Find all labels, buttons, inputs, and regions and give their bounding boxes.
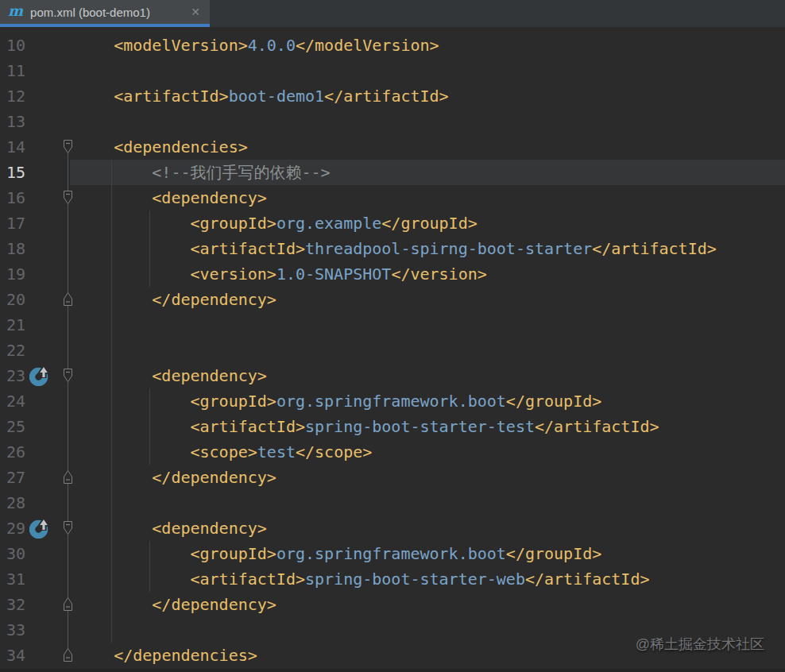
xml-tag: <artifactId> <box>114 87 229 106</box>
code-editor[interactable]: 10 <modelVersion>4.0.0</modelVersion>111… <box>0 27 785 672</box>
gutter: 25 <box>0 414 75 439</box>
gutter: 12 <box>0 83 75 109</box>
code-text[interactable]: <dependency> <box>75 363 267 388</box>
xml-text: 4.0.0 <box>248 36 296 55</box>
code-line-30[interactable]: 30 <groupId>org.springframework.boot</gr… <box>0 541 785 566</box>
gutter: 20 <box>0 287 75 312</box>
code-text[interactable]: <artifactId>spring-boot-starter-test</ar… <box>75 414 659 439</box>
code-line-13[interactable]: 13 <box>0 109 785 134</box>
fold-collapse-icon[interactable] <box>63 368 73 386</box>
xml-text: spring-boot-starter-test <box>305 417 535 436</box>
fold-collapse-icon[interactable] <box>63 139 73 157</box>
code-text[interactable]: <dependency> <box>75 516 267 541</box>
xml-tag: </version> <box>391 265 486 284</box>
tab-close-icon[interactable]: ✕ <box>189 5 202 19</box>
gutter: 26 <box>0 439 75 465</box>
code-text[interactable]: <artifactId>boot-demo1</artifactId> <box>75 83 449 109</box>
fold-collapse-end-icon[interactable] <box>63 292 73 310</box>
code-line-31[interactable]: 31 <artifactId>spring-boot-starter-web</… <box>0 566 785 592</box>
line-number: 31 <box>6 566 25 592</box>
code-text[interactable]: </dependency> <box>75 465 276 490</box>
gutter: 28 <box>0 490 75 516</box>
code-line-24[interactable]: 24 <groupId>org.springframework.boot</gr… <box>0 388 785 414</box>
code-line-17[interactable]: 17 <groupId>org.example</groupId> <box>0 210 785 236</box>
gutter: 14 <box>0 134 75 160</box>
code-text[interactable]: <version>1.0-SNAPSHOT</version> <box>75 261 487 287</box>
xml-text: 1.0-SNAPSHOT <box>276 265 392 284</box>
code-line-25[interactable]: 25 <artifactId>spring-boot-starter-test<… <box>0 414 785 439</box>
xml-tag: </artifactId> <box>535 417 659 436</box>
code-text[interactable]: <scope>test</scope> <box>75 439 372 465</box>
xml-text: org.example <box>276 214 381 233</box>
code-text[interactable]: <groupId>org.springframework.boot</group… <box>75 541 601 566</box>
gutter: 31 <box>0 566 75 592</box>
code-line-26[interactable]: 26 <scope>test</scope> <box>0 439 785 465</box>
xml-tag: </modelVersion> <box>296 36 439 55</box>
gutter: 29 <box>0 516 75 541</box>
xml-comment: <!--我们手写的依赖--> <box>152 163 330 182</box>
line-number: 28 <box>6 490 25 516</box>
code-line-16[interactable]: 16 <dependency> <box>0 185 785 210</box>
xml-tag: </dependency> <box>152 468 276 487</box>
xml-tag: <artifactId> <box>191 417 306 436</box>
code-line-23[interactable]: 23 <dependency> <box>0 363 785 388</box>
code-line-10[interactable]: 10 <modelVersion>4.0.0</modelVersion> <box>0 33 785 58</box>
code-line-20[interactable]: 20 </dependency> <box>0 287 785 312</box>
line-number: 21 <box>6 312 25 338</box>
line-number: 20 <box>6 287 25 312</box>
code-line-32[interactable]: 32 </dependency> <box>0 592 785 617</box>
line-number: 11 <box>6 58 25 83</box>
fold-collapse-end-icon[interactable] <box>63 469 73 488</box>
tab-pom-xml[interactable]: m pom.xml (boot-demo1) ✕ <box>0 0 210 27</box>
code-text[interactable]: <artifactId>threadpool-spirng-boot-start… <box>75 236 717 261</box>
gutter: 27 <box>0 465 75 490</box>
maven-update-icon[interactable] <box>29 518 50 542</box>
code-text[interactable]: </dependencies> <box>75 643 257 668</box>
code-line-18[interactable]: 18 <artifactId>threadpool-spirng-boot-st… <box>0 236 785 261</box>
xml-tag: </groupId> <box>506 392 601 411</box>
code-line-12[interactable]: 12 <artifactId>boot-demo1</artifactId> <box>0 83 785 109</box>
code-line-21[interactable]: 21 <box>0 312 785 338</box>
code-lines: 10 <modelVersion>4.0.0</modelVersion>111… <box>0 33 785 668</box>
xml-tag: <dependency> <box>152 519 267 538</box>
code-line-29[interactable]: 29 <dependency> <box>0 516 785 541</box>
line-number: 17 <box>6 210 25 236</box>
code-line-28[interactable]: 28 <box>0 490 785 516</box>
xml-tag: </groupId> <box>381 214 477 233</box>
code-text[interactable]: </dependency> <box>75 592 276 617</box>
code-line-14[interactable]: 14 <dependencies> <box>0 134 785 160</box>
code-text[interactable]: <dependency> <box>75 185 267 210</box>
xml-text: threadpool-spirng-boot-starter <box>305 239 592 258</box>
fold-collapse-icon[interactable] <box>63 520 73 539</box>
xml-tag: <dependencies> <box>114 137 248 156</box>
code-text[interactable]: <!--我们手写的依赖--> <box>75 160 331 185</box>
code-text[interactable]: <artifactId>spring-boot-starter-web</art… <box>75 566 650 592</box>
xml-tag: <scope> <box>191 442 257 462</box>
code-line-22[interactable]: 22 <box>0 338 785 363</box>
xml-tag: <modelVersion> <box>114 36 248 55</box>
code-line-15[interactable]: 15 <!--我们手写的依赖--> <box>0 160 785 185</box>
line-number: 34 <box>6 643 25 668</box>
code-text[interactable]: </dependency> <box>75 287 276 312</box>
ide-window: m pom.xml (boot-demo1) ✕ 10 <modelVersio… <box>0 0 785 672</box>
xml-tag: <artifactId> <box>191 239 306 258</box>
fold-collapse-end-icon[interactable] <box>63 597 73 615</box>
maven-update-icon[interactable] <box>29 365 50 389</box>
fold-collapse-icon[interactable] <box>63 190 73 208</box>
xml-tag: </dependency> <box>152 290 276 309</box>
maven-file-icon: m <box>8 4 23 18</box>
code-line-27[interactable]: 27 </dependency> <box>0 465 785 490</box>
xml-tag: <groupId> <box>191 214 276 233</box>
code-text[interactable]: <modelVersion>4.0.0</modelVersion> <box>75 33 439 58</box>
code-text[interactable]: <groupId>org.example</groupId> <box>75 210 478 236</box>
line-number: 16 <box>6 185 25 210</box>
line-number: 18 <box>6 236 25 261</box>
code-line-19[interactable]: 19 <version>1.0-SNAPSHOT</version> <box>0 261 785 287</box>
code-text[interactable]: <dependencies> <box>75 134 248 160</box>
line-number: 33 <box>6 617 25 643</box>
code-line-11[interactable]: 11 <box>0 58 785 83</box>
code-text[interactable]: <groupId>org.springframework.boot</group… <box>75 388 601 414</box>
line-number: 24 <box>6 388 25 414</box>
xml-tag: </artifactId> <box>592 239 717 258</box>
fold-collapse-end-icon[interactable] <box>63 647 73 666</box>
